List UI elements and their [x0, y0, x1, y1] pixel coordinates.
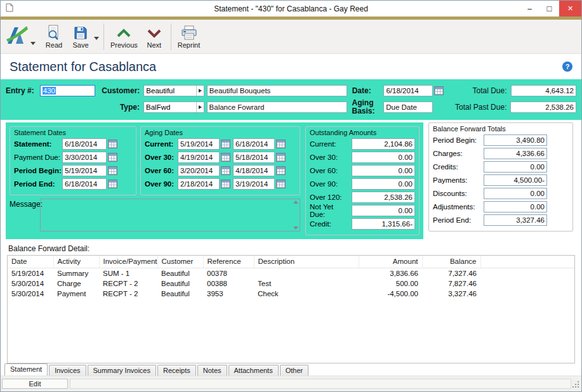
aging-to-field[interactable]: 4/18/2014 [233, 165, 275, 176]
table-row[interactable]: 5/19/2014SummarySUM - 1Beautiful003783,8… [8, 268, 574, 279]
reprint-button[interactable]: Reprint [175, 22, 203, 52]
aging-over30-label: Over 30: [145, 154, 178, 161]
date-label: Date: [352, 87, 384, 95]
message-label: Message: [10, 199, 40, 232]
col-header-balance[interactable]: Balance [422, 256, 480, 268]
aging-from-field[interactable]: 5/19/2014 [178, 138, 220, 150]
save-button[interactable]: Save [67, 22, 94, 52]
aging-from-field[interactable]: 2/18/2014 [178, 178, 220, 190]
next-icon [146, 24, 162, 41]
balance-forward-totals-group: Balance Forward Totals Period Begin:3,49… [428, 122, 573, 232]
page-title: Statement for Casablanca [10, 60, 156, 74]
message-scrollbar[interactable] [293, 200, 299, 230]
message-input[interactable] [40, 199, 300, 232]
table-header-row: Date Activity Invoice/Payment Customer R… [8, 256, 574, 268]
entry-number-value: 430 [43, 87, 56, 95]
outstanding-label: Current: [310, 140, 350, 148]
col-header-description[interactable]: Description [254, 256, 359, 268]
help-icon[interactable]: ? [562, 62, 572, 72]
tab-invoices[interactable]: Invoices [49, 365, 86, 376]
totals-period-end-field: 3,327.46 [484, 214, 547, 226]
col-header-activity[interactable]: Activity [53, 256, 99, 268]
maximize-button[interactable]: □ [539, 1, 559, 16]
aging-basis-field[interactable]: Due Date [383, 101, 433, 113]
app-logo-button[interactable] [6, 25, 37, 48]
dropdown-arrow-icon[interactable] [196, 86, 204, 96]
tab-statement[interactable]: Statement [4, 363, 48, 376]
scroll-up-icon[interactable] [293, 200, 298, 204]
calendar-icon[interactable] [276, 140, 286, 148]
previous-label: Previous [110, 41, 138, 49]
aging-current-label: Current: [145, 140, 178, 148]
group-title: Statement Dates [14, 129, 132, 136]
dropdown-arrow-icon[interactable] [196, 102, 204, 112]
aging-from-field[interactable]: 4/19/2014 [178, 152, 220, 163]
col-header-amount[interactable]: Amount [359, 256, 422, 268]
outstanding-current-field: 2,104.86 [352, 138, 415, 150]
calendar-icon[interactable] [276, 166, 286, 175]
next-button[interactable]: Next [141, 22, 168, 52]
calendar-icon[interactable] [108, 153, 117, 162]
aging-to-field[interactable]: 5/18/2014 [233, 152, 275, 163]
minimize-button[interactable]: – [520, 1, 539, 16]
logo-dropdown-icon[interactable] [30, 42, 36, 45]
totals-label: Period Begin: [433, 136, 482, 144]
application-window: Statement - "430" for Casablanca - Gay R… [0, 0, 582, 392]
calendar-icon[interactable] [221, 166, 230, 175]
tab-summary-invoices[interactable]: Summary Invoices [88, 365, 156, 376]
read-button[interactable]: Read [41, 22, 67, 52]
calendar-icon[interactable] [276, 153, 286, 162]
period-end-field[interactable]: 6/18/2014 [62, 178, 107, 190]
scroll-down-icon[interactable] [293, 226, 298, 230]
calendar-icon[interactable] [221, 140, 230, 148]
outstanding-label: Not Yet Due: [310, 203, 350, 218]
edit-button[interactable]: Edit [2, 379, 68, 389]
aging-from-field[interactable]: 3/20/2014 [178, 165, 220, 176]
calendar-icon[interactable] [108, 180, 117, 188]
message-text [42, 200, 292, 230]
calendar-icon[interactable] [108, 140, 117, 148]
calendar-icon[interactable] [108, 166, 117, 175]
type-name-field[interactable]: Balance Fowrard [207, 101, 347, 113]
tab-attachments[interactable]: Attachments [228, 365, 279, 376]
aging-over60-label: Over 60: [145, 167, 178, 174]
close-button[interactable]: ✕ [559, 1, 581, 16]
aging-to-field[interactable]: 6/18/2014 [233, 138, 275, 150]
resize-grip[interactable] [572, 379, 579, 391]
calendar-icon[interactable] [221, 153, 230, 162]
outstanding-notyetdue-field: 0.00 [352, 205, 415, 216]
table-row[interactable]: 5/30/2014PaymentRECPT - 2Beautiful3953Ch… [8, 289, 574, 299]
col-header-date[interactable]: Date [8, 256, 53, 268]
col-header-reference[interactable]: Reference [203, 256, 254, 268]
outstanding-over30-field: 0.00 [352, 152, 415, 163]
date-field[interactable]: 6/18/2014 [383, 85, 433, 96]
type-combo[interactable]: BalFwd [143, 101, 204, 113]
customer-combo[interactable]: Beautiful [143, 85, 204, 96]
entry-number-field[interactable]: 430 [40, 85, 96, 96]
col-header-customer[interactable]: Customer [157, 256, 203, 268]
calendar-icon[interactable] [434, 86, 444, 95]
payment-due-field[interactable]: 3/30/2014 [62, 152, 107, 163]
outstanding-credit-field: 1,315.66- [352, 218, 415, 230]
table-row[interactable]: 5/30/2014ChargeRECPT - 2Beautiful00388Te… [8, 278, 574, 289]
tab-notes[interactable]: Notes [197, 365, 227, 376]
calendar-icon[interactable] [276, 180, 286, 188]
calendar-icon[interactable] [221, 180, 230, 188]
outstanding-label: Over 90: [310, 180, 350, 188]
type-code: BalFwd [144, 103, 196, 111]
save-dropdown-icon[interactable] [94, 37, 99, 40]
tab-other[interactable]: Other [280, 365, 309, 376]
previous-button[interactable]: Previous [107, 22, 141, 52]
balance-forward-detail-section: Balance Forward Detail: Date Activity In… [1, 240, 581, 363]
period-begin-field[interactable]: 5/19/2014 [62, 165, 107, 176]
aging-basis-label: Aging Basis: [352, 99, 384, 115]
statement-date-field[interactable]: 6/18/2014 [62, 138, 107, 150]
col-header-invoice-payment[interactable]: Invoice/Payment [99, 256, 157, 268]
toolbar-separator [103, 23, 104, 50]
bottom-tabs: Statement Invoices Summary Invoices Rece… [1, 363, 581, 376]
aging-to-field[interactable]: 3/19/2014 [233, 178, 275, 190]
outstanding-label: Over 120: [310, 193, 350, 201]
outstanding-label: Over 30: [310, 154, 350, 161]
customer-name-field[interactable]: Beautiful Bouquets [207, 85, 347, 96]
tab-receipts[interactable]: Receipts [157, 365, 196, 376]
